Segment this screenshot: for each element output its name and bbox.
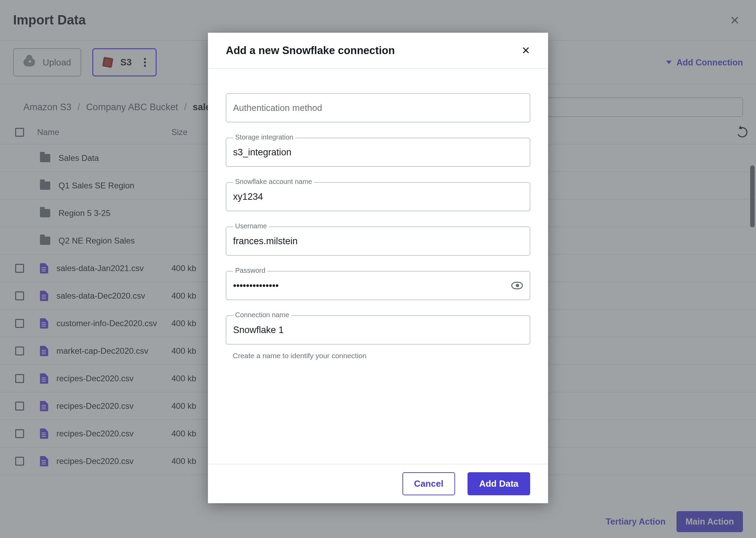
storage-integration-field[interactable]: Storage integration s3_integration [226, 138, 530, 167]
field-label: Username [233, 222, 269, 230]
modal-title: Add a new Snowflake connection [226, 44, 395, 57]
connection-name-field[interactable]: Connection name Snowflake 1 [226, 315, 530, 344]
field-label: Snowflake account name [233, 178, 314, 186]
modal-header: Add a new Snowflake connection ✕ [208, 33, 548, 69]
password-field[interactable]: Password •••••••••••••• [226, 271, 530, 300]
username-field[interactable]: Username frances.milstein [226, 227, 530, 256]
field-value: xy1234 [233, 192, 263, 202]
eye-icon[interactable] [511, 282, 523, 289]
close-icon[interactable]: ✕ [522, 44, 530, 56]
field-label: Connection name [233, 311, 291, 319]
connection-name-helper: Create a name to identify your connectio… [226, 352, 530, 360]
modal-body: Authentication method Storage integratio… [208, 69, 548, 464]
field-label: Storage integration [233, 133, 295, 141]
account-name-field[interactable]: Snowflake account name xy1234 [226, 182, 530, 211]
field-value: frances.milstein [233, 236, 298, 247]
field-value: Snowflake 1 [233, 325, 284, 335]
add-connection-modal: Add a new Snowflake connection ✕ Authent… [208, 33, 548, 503]
auth-method-label: Authentication method [233, 103, 322, 113]
cancel-button[interactable]: Cancel [402, 472, 455, 495]
modal-footer: Cancel Add Data [208, 464, 548, 503]
field-label: Password [233, 267, 267, 275]
scrollbar-thumb[interactable] [750, 165, 755, 227]
add-data-button[interactable]: Add Data [468, 472, 530, 495]
field-value: s3_integration [233, 147, 292, 158]
field-value: •••••••••••••• [233, 280, 279, 291]
auth-method-field[interactable]: Authentication method [226, 93, 530, 122]
